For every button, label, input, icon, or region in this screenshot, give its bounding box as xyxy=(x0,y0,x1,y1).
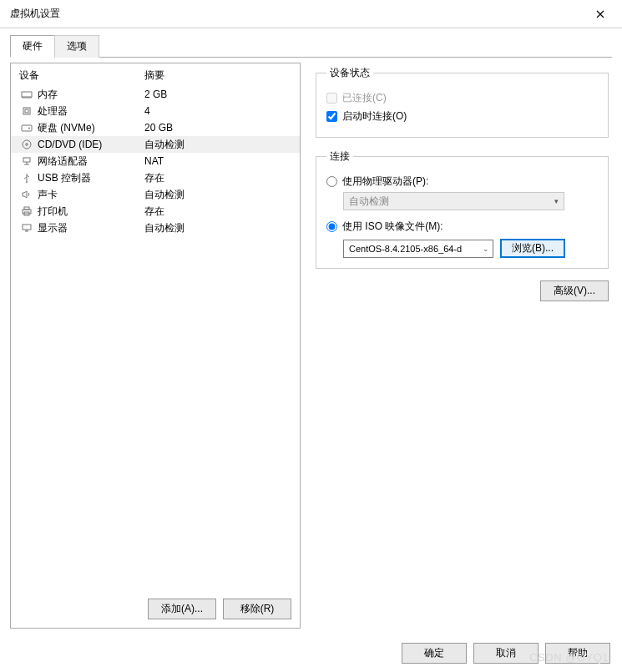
cancel-button[interactable]: 取消 xyxy=(473,643,539,664)
device-summary: 自动检测 xyxy=(144,221,295,235)
device-name: 硬盘 (NVMe) xyxy=(38,121,144,135)
svg-rect-12 xyxy=(23,225,31,230)
device-summary: 自动检测 xyxy=(144,138,295,152)
content-row: 设备 摘要 内存2 GB处理器4硬盘 (NVMe)20 GBCD/DVD (ID… xyxy=(10,63,612,629)
device-row[interactable]: 声卡自动检测 xyxy=(11,186,300,203)
device-panel: 设备 摘要 内存2 GB处理器4硬盘 (NVMe)20 GBCD/DVD (ID… xyxy=(10,63,301,629)
device-row[interactable]: 网络适配器NAT xyxy=(11,153,300,169)
connect-on-start-checkbox[interactable] xyxy=(326,111,337,122)
device-summary: 4 xyxy=(144,105,295,117)
chevron-down-icon: ⌄ xyxy=(483,245,489,253)
device-row[interactable]: USB 控制器存在 xyxy=(11,169,300,186)
col-summary: 摘要 xyxy=(144,68,291,83)
connected-label: 已连接(C) xyxy=(342,91,387,105)
iso-file-value: CentOS-8.4.2105-x86_64-d xyxy=(349,244,462,254)
device-summary: NAT xyxy=(144,155,295,167)
use-physical-row[interactable]: 使用物理驱动器(P): xyxy=(326,174,598,189)
svg-rect-2 xyxy=(25,109,28,113)
svg-rect-7 xyxy=(23,158,30,162)
use-iso-label: 使用 ISO 映像文件(M): xyxy=(342,220,443,234)
advanced-row: 高级(V)... xyxy=(316,280,609,301)
tab-strip: 硬件 选项 xyxy=(10,35,612,58)
sound-icon xyxy=(19,189,34,200)
iso-file-combo[interactable]: CentOS-8.4.2105-x86_64-d ⌄ xyxy=(343,240,493,258)
device-list[interactable]: 内存2 GB处理器4硬盘 (NVMe)20 GBCD/DVD (IDE)自动检测… xyxy=(11,86,300,236)
device-row[interactable]: 内存2 GB xyxy=(11,86,300,103)
device-status-group: 设备状态 已连接(C) 启动时连接(O) xyxy=(316,66,609,138)
svg-point-5 xyxy=(23,140,31,149)
device-name: 内存 xyxy=(38,88,144,102)
connected-row: 已连接(C) xyxy=(326,90,598,105)
physical-drive-block: 自动检测 ▾ xyxy=(343,192,598,210)
device-row[interactable]: 处理器4 xyxy=(11,103,300,119)
svg-rect-3 xyxy=(22,125,32,131)
help-button[interactable]: 帮助 xyxy=(545,643,610,664)
tab-options[interactable]: 选项 xyxy=(54,35,99,58)
connection-group: 连接 使用物理驱动器(P): 自动检测 ▾ 使用 ISO 映像文件(M): xyxy=(316,149,609,269)
physical-drive-select: 自动检测 ▾ xyxy=(343,192,564,210)
cpu-icon xyxy=(19,105,34,117)
device-summary: 存在 xyxy=(144,171,295,185)
usb-icon xyxy=(19,172,34,184)
device-name: 打印机 xyxy=(38,205,144,219)
svg-point-6 xyxy=(26,144,28,146)
device-row[interactable]: 打印机存在 xyxy=(11,203,300,220)
svg-rect-0 xyxy=(22,92,32,97)
connected-checkbox xyxy=(326,93,337,104)
memory-icon xyxy=(19,88,34,100)
chevron-down-icon: ▾ xyxy=(554,197,559,205)
use-iso-row[interactable]: 使用 ISO 映像文件(M): xyxy=(326,219,598,234)
tab-underline xyxy=(10,57,612,58)
device-name: CD/DVD (IDE) xyxy=(38,139,144,150)
connect-on-start-row[interactable]: 启动时连接(O) xyxy=(326,109,598,124)
network-icon xyxy=(19,155,34,167)
add-button[interactable]: 添加(A)... xyxy=(148,599,216,619)
use-physical-label: 使用物理驱动器(P): xyxy=(342,174,428,189)
window-title: 虚拟机设置 xyxy=(10,7,60,21)
settings-panel: 设备状态 已连接(C) 启动时连接(O) 连接 使用物理驱动器(P): xyxy=(312,63,612,629)
svg-point-4 xyxy=(28,128,30,129)
device-name: 处理器 xyxy=(38,104,144,119)
col-device: 设备 xyxy=(19,68,144,83)
device-header: 设备 摘要 xyxy=(11,63,300,86)
connect-on-start-label: 启动时连接(O) xyxy=(342,109,407,124)
printer-icon xyxy=(19,205,34,217)
use-iso-radio[interactable] xyxy=(326,221,337,232)
device-name: 网络适配器 xyxy=(38,154,144,169)
device-summary: 存在 xyxy=(144,205,295,219)
device-row[interactable]: 显示器自动检测 xyxy=(11,220,300,236)
browse-button[interactable]: 浏览(B)... xyxy=(500,239,565,258)
disk-icon xyxy=(19,122,34,134)
svg-rect-1 xyxy=(23,108,30,114)
tab-hardware[interactable]: 硬件 xyxy=(10,35,55,58)
close-icon xyxy=(596,10,604,18)
device-name: 声卡 xyxy=(38,188,144,202)
close-button[interactable] xyxy=(589,4,612,24)
device-name: USB 控制器 xyxy=(38,171,144,185)
iso-row: CentOS-8.4.2105-x86_64-d ⌄ 浏览(B)... xyxy=(343,239,598,258)
dialog-footer: 确定 取消 帮助 xyxy=(402,643,610,664)
physical-drive-value: 自动检测 xyxy=(349,195,389,209)
device-summary: 2 GB xyxy=(144,88,295,100)
device-summary: 自动检测 xyxy=(144,188,295,202)
use-physical-radio[interactable] xyxy=(326,176,337,187)
svg-point-8 xyxy=(26,181,28,183)
svg-rect-10 xyxy=(24,207,29,210)
cd-icon xyxy=(19,139,34,150)
display-icon xyxy=(19,222,34,234)
device-name: 显示器 xyxy=(38,221,144,235)
titlebar: 虚拟机设置 xyxy=(0,0,622,28)
device-row[interactable]: 硬盘 (NVMe)20 GB xyxy=(11,119,300,136)
device-status-legend: 设备状态 xyxy=(326,66,373,80)
dialog-body: 硬件 选项 设备 摘要 内存2 GB处理器4硬盘 (NVMe)20 GBCD/D… xyxy=(0,28,622,639)
connection-legend: 连接 xyxy=(326,149,353,164)
advanced-button[interactable]: 高级(V)... xyxy=(540,280,609,301)
device-summary: 20 GB xyxy=(144,122,295,134)
device-row[interactable]: CD/DVD (IDE)自动检测 xyxy=(11,136,300,153)
device-buttons: 添加(A)... 移除(R) xyxy=(11,599,291,619)
remove-button[interactable]: 移除(R) xyxy=(223,599,291,619)
ok-button[interactable]: 确定 xyxy=(402,643,467,664)
